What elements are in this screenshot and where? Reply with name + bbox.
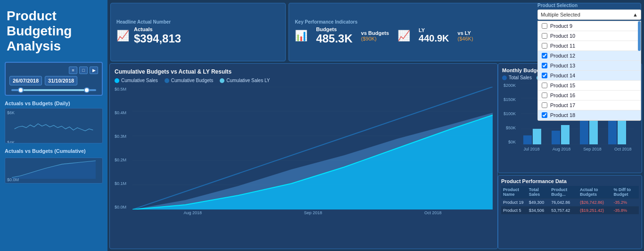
perf-table-title: Product Performance Data: [501, 178, 639, 184]
product-dropdown-trigger[interactable]: Multiple Selected ▲: [537, 9, 641, 20]
row-pct-diff: -35.8%: [611, 206, 639, 214]
row-total-sales: $34,506: [527, 206, 549, 214]
start-date-chip[interactable]: 26/07/2018: [9, 76, 42, 85]
svg-rect-17: [552, 131, 560, 144]
list-item[interactable]: Product 18: [538, 110, 641, 120]
legend-dot-total-sales: [502, 75, 507, 80]
dashboard-title: Product Budgeting Analysis: [7, 8, 101, 54]
vs-ly-value: ($46K): [458, 36, 473, 42]
product9-checkbox[interactable]: [542, 23, 547, 29]
row-pct-diff: -35.2%: [611, 198, 639, 206]
cumulative-chart-title: Cumulative Budgets vs Actual & LY Result…: [115, 68, 493, 75]
product-sel-title: Product Selection: [537, 3, 641, 8]
date-filter-box[interactable]: ≡ □ ▶ 26/07/2018 31/10/2018: [5, 62, 103, 96]
row-actual-to-budget: ($19,251.42): [578, 206, 611, 214]
performance-table-panel: Product Performance Data Product Name To…: [498, 175, 642, 249]
product-performance-table: Product Name Total Sales Product Budg...…: [501, 186, 639, 214]
actuals-icon: 📈: [116, 30, 129, 42]
budgets-label: Budgets: [316, 26, 352, 32]
headline-title: Headline Actual Number: [116, 19, 280, 25]
budgets-value: 485.3K: [316, 32, 352, 45]
col-actual-to-budgets: Actual to Budgets: [578, 186, 611, 199]
product-dropdown-list: Product 9 Product 10 Product 11 Product …: [537, 21, 641, 121]
bar-y-labels: $200K $150K $100K $50K $0K: [502, 83, 517, 144]
filter-icon-2[interactable]: □: [79, 67, 88, 74]
list-item[interactable]: Product 17: [538, 100, 641, 110]
list-item[interactable]: Product 9: [538, 21, 641, 31]
dropdown-label: Multiple Selected: [541, 12, 580, 17]
actuals-value: $394,813: [134, 32, 181, 45]
ly-icon: 📈: [397, 30, 410, 42]
chart-plot-area: [132, 87, 493, 209]
legend-dot-budgets: [165, 78, 169, 83]
end-date-chip[interactable]: 31/10/2018: [45, 76, 77, 85]
chevron-up-icon: ▲: [633, 12, 638, 17]
daily-chart-svg: [7, 115, 100, 139]
cumulative-chart-svg-container: $0.5M $0.4M $0.3M $0.2M $0.1M $0.0M: [115, 87, 493, 219]
row-budget: 53,757.42: [549, 206, 578, 214]
list-item[interactable]: Product 10: [538, 31, 641, 41]
cumulative-mini-chart-box: $0.0M: [5, 158, 103, 184]
list-item[interactable]: Product 12: [538, 51, 641, 61]
bar-legend-total-sales: Total Sales: [502, 75, 532, 80]
ly-value: 440.9K: [419, 33, 449, 44]
list-item[interactable]: Product 15: [538, 81, 641, 91]
table-row: Product 5 $34,506 53,757.42 ($19,251.42)…: [501, 206, 639, 214]
date-slider[interactable]: [9, 89, 98, 91]
list-item[interactable]: Product 16: [538, 91, 641, 100]
col-product-name: Product Name: [501, 186, 527, 199]
headline-metric-card: Headline Actual Number 📈 Actuals $394,81…: [110, 3, 286, 61]
y-axis-labels: $0.5M $0.4M $0.3M $0.2M $0.1M $0.0M: [115, 87, 131, 209]
left-panel: Product Budgeting Analysis ≡ □ ▶ 26/07/2…: [0, 0, 107, 251]
legend-dot-sales: [115, 78, 119, 83]
row-budget: 76,042.86: [549, 198, 578, 206]
vs-budgets-label: vs Budgets: [361, 30, 389, 36]
title-block: Product Budgeting Analysis: [5, 5, 103, 60]
mini-chart-daily: Actuals vs Budgets (Daily) $6K $4K: [5, 100, 103, 143]
chart-legend: Cumulative Sales Cumulative Budgets Cumu…: [115, 78, 493, 83]
bar-x-labels: Jul 2018 Aug 2018 Sep 2018 Oct 2018: [517, 147, 638, 151]
row-total-sales: $49,300: [527, 198, 549, 206]
product14-checkbox[interactable]: [542, 73, 547, 78]
vs-budgets-value: ($90K): [361, 36, 389, 42]
product13-checkbox[interactable]: [542, 63, 547, 68]
col-pct-diff: % Diff to Budget: [611, 186, 639, 199]
list-item[interactable]: Product 14: [538, 71, 641, 81]
scrollbar-thumb[interactable]: [638, 21, 641, 51]
kpi-icon: 📊: [295, 30, 307, 42]
svg-rect-16: [533, 129, 541, 144]
product10-checkbox[interactable]: [542, 33, 547, 39]
row-product-name: Product 19: [501, 198, 527, 206]
product15-checkbox[interactable]: [542, 83, 547, 88]
list-item[interactable]: Product 13: [538, 61, 641, 71]
filter-icon-1[interactable]: ≡: [69, 67, 77, 74]
col-product-budget: Product Budg...: [549, 186, 578, 199]
mini-chart-cumulative: Actuals vs Budgets (Cumulative) $0.0M: [5, 148, 103, 184]
legend-cumulative-sales: Cumulative Sales: [115, 78, 158, 83]
product16-checkbox[interactable]: [542, 92, 547, 98]
actuals-label: Actuals: [134, 26, 181, 32]
filter-icon-3[interactable]: ▶: [90, 67, 98, 74]
product11-checkbox[interactable]: [542, 43, 547, 49]
product-selection-panel: Product Selection Multiple Selected ▲ Pr…: [537, 3, 641, 121]
legend-dot-ly: [220, 78, 224, 83]
vs-ly-label: vs LY: [458, 30, 473, 36]
cumulative-mini-svg: [7, 160, 100, 179]
x-axis-labels: Aug 2018 Sep 2018 Oct 2018: [132, 210, 493, 219]
row-product-name: Product 5: [501, 206, 527, 214]
daily-chart-box: $6K $4K: [5, 108, 103, 143]
product12-checkbox[interactable]: [542, 53, 547, 59]
table-row: Product 19 $49,300 76,042.86 ($26,742.86…: [501, 198, 639, 206]
product17-checkbox[interactable]: [542, 102, 547, 108]
svg-marker-0: [12, 160, 96, 178]
list-item[interactable]: Product 11: [538, 41, 641, 51]
ly-label: LY: [419, 27, 449, 33]
cumulative-svg: [132, 87, 493, 209]
row-actual-to-budget: ($26,742.86): [578, 198, 611, 206]
svg-rect-18: [561, 125, 570, 144]
main-chart-area: Cumulative Budgets vs Actual & LY Result…: [109, 63, 498, 249]
col-total-sales: Total Sales: [527, 186, 549, 199]
legend-cumulative-sales-ly: Cumulative Sales LY: [220, 78, 270, 83]
top-metrics-area: Headline Actual Number 📈 Actuals $394,81…: [107, 0, 644, 61]
product18-checkbox[interactable]: [542, 112, 547, 118]
